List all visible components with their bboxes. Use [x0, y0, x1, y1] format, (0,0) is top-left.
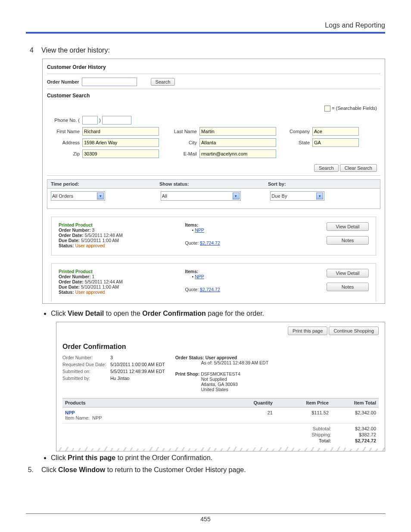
quote-link[interactable]: $2,724.72 — [200, 240, 220, 246]
time-period-select[interactable]: All Orders ▾ — [51, 191, 105, 201]
submitted-by-value: Hu Jintao — [110, 376, 165, 381]
clear-search-button[interactable]: Clear Search — [340, 164, 377, 172]
totals: Subtotal:$2,342.00 Shipping:$382.72 Tota… — [62, 423, 379, 443]
item-link[interactable]: NPP — [195, 227, 204, 233]
col-products: Products — [65, 400, 234, 405]
page-number: 455 — [26, 513, 386, 523]
order-date-label: Order Date: — [59, 279, 84, 284]
phone-number-input[interactable] — [102, 116, 131, 124]
sort-by-label: Sort by: — [268, 181, 377, 187]
search-actions: Search Clear Search — [47, 164, 377, 172]
subtotal-value: $2,342.00 — [342, 426, 376, 431]
order-number-label: Order Number — [47, 79, 79, 84]
as-of-value: 5/5/2011 12:48:39 AM EDT — [214, 360, 268, 365]
company-input[interactable] — [312, 127, 359, 136]
order-number-value: 3 — [110, 355, 165, 360]
divider — [47, 175, 380, 176]
first-name-input[interactable] — [82, 127, 159, 136]
show-status-value: All — [162, 193, 167, 199]
address-input[interactable] — [82, 138, 159, 147]
products-table-header: Products Quantity Item Price Item Total — [62, 398, 379, 408]
city-label: City — [167, 140, 197, 145]
header-rule — [26, 32, 385, 34]
item-link[interactable]: NPP — [195, 274, 204, 279]
item-price-value: $111.52 — [273, 410, 329, 420]
quote-label: Quote: — [185, 240, 199, 246]
text-bold: View Detail — [68, 310, 104, 317]
show-status-select[interactable]: All ▾ — [161, 191, 241, 201]
view-detail-button[interactable]: View Detail — [327, 269, 369, 277]
order-number-label: Order Number: — [62, 355, 106, 360]
phone-label: Phone No. ( — [50, 118, 80, 123]
shipping-label: Shipping: — [311, 432, 331, 437]
continue-shopping-button[interactable]: Continue Shopping — [329, 327, 379, 335]
state-input[interactable] — [312, 138, 359, 147]
shipping-value: $382.72 — [342, 432, 376, 437]
sort-by-select[interactable]: Due By ▾ — [270, 191, 324, 201]
order-number-row: Order Number Search — [47, 78, 380, 86]
quote-link[interactable]: $2,724.72 — [200, 287, 220, 292]
quote-label: Quote: — [185, 287, 199, 292]
status-value: User approved — [75, 289, 105, 295]
sort-by-value: Due By — [271, 193, 287, 199]
step-4-text: View the order history: — [41, 47, 385, 54]
step-4: 4 View the order history: — [26, 47, 385, 54]
due-date-label: Due Date: — [59, 238, 80, 243]
order-number-label: Order Number: — [59, 274, 91, 279]
step-4-number: 4 — [26, 47, 34, 54]
phone-group: ) — [82, 116, 164, 124]
filter-header: Time period: Show status: Sort by: — [47, 179, 380, 189]
print-this-page-button[interactable]: Print this page — [288, 327, 327, 335]
text-bold: Order Confirmation — [142, 310, 206, 317]
legend-swatch — [324, 106, 330, 112]
chevron-down-icon: ▾ — [316, 193, 323, 199]
search-button[interactable]: Search — [151, 78, 175, 86]
due-date-value: 5/10/2011 1:00 AM — [81, 284, 119, 289]
product-name: NPP — [65, 410, 234, 415]
print-shop-line: Atlanta, GA 30093 — [175, 382, 268, 387]
phone-area-input[interactable] — [82, 116, 98, 124]
customer-search-title: Customer Search — [47, 93, 380, 99]
show-status-label: Show status: — [159, 181, 268, 187]
order-date-label: Order Date: — [59, 233, 84, 238]
email-input[interactable] — [199, 149, 276, 158]
order-type: Printed Product — [59, 269, 177, 274]
items-label: Items: — [185, 269, 199, 274]
table-row: NPP Item Name: NPP 21 $111.52 $2,342.00 — [62, 408, 379, 423]
legend: = (Searchable Fields) — [47, 106, 377, 112]
confirm-right-column: Order Status: User approved As of: 5/5/2… — [175, 355, 268, 392]
running-head: Logs and Reporting — [26, 22, 385, 29]
submitted-on-value: 5/5/2011 12:48:39 AM EDT — [110, 369, 165, 374]
requested-due-date-value: 5/10/2011 1:00:00 AM EDT — [110, 362, 165, 367]
first-name-label: First Name — [50, 129, 80, 134]
items-label: Items: — [185, 222, 199, 227]
text: page for the order. — [206, 310, 264, 317]
order-number-input[interactable] — [82, 78, 137, 86]
notes-button[interactable]: Notes — [327, 283, 369, 291]
last-name-input[interactable] — [199, 127, 276, 136]
order-number-value: 3 — [92, 227, 95, 233]
requested-due-date-label: Requested Due Date: — [62, 362, 106, 367]
email-label: E-Mail — [167, 151, 197, 156]
order-number-label: Order Number: — [59, 227, 91, 233]
order-confirmation-title: Order Confirmation — [62, 343, 379, 351]
print-shop-line: United States — [175, 387, 268, 392]
item-total-value: $2,342.00 — [329, 410, 376, 420]
bullet-view-detail: Click View Detail to open the Order Conf… — [51, 310, 385, 317]
view-detail-button[interactable]: View Detail — [327, 222, 369, 231]
confirm-left-column: Order Number: 3 Requested Due Date: 5/10… — [62, 355, 165, 392]
figure-order-history: Customer Order History Order Number Sear… — [42, 59, 385, 304]
filter-body: All Orders ▾ All ▾ Due By ▾ — [47, 189, 380, 209]
city-input[interactable] — [199, 138, 276, 147]
divider — [47, 89, 380, 89]
customer-search-button[interactable]: Search — [314, 164, 339, 172]
subtotal-label: Subtotal: — [311, 426, 331, 431]
step-5: 5. Click Close Window to return to the C… — [26, 466, 385, 474]
zip-input[interactable] — [82, 149, 159, 158]
item-name-value: NPP — [92, 415, 102, 420]
chevron-down-icon: ▾ — [233, 193, 240, 199]
notes-button[interactable]: Notes — [327, 236, 369, 245]
order-date-value: 5/5/2011 12:44 AM — [85, 279, 123, 284]
state-label: State — [284, 140, 310, 145]
as-of-label: As of: — [201, 360, 213, 365]
